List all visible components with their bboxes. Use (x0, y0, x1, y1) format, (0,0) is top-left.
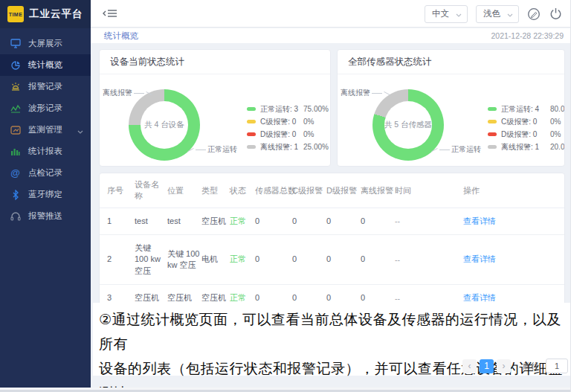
bar-chart-icon (10, 146, 21, 157)
sidebar-item-monitor-management[interactable]: 监测管理 (0, 119, 91, 141)
donut-center-label: 共 4 台设备 (144, 120, 184, 130)
col-header: 离线报警 (361, 179, 395, 202)
table-header-row: 序号 设备名称 位置 类型 状态 传感器总数 C级报警 D级报警 离线报警 时间… (100, 173, 564, 208)
brand: TIME 工业云平台 (0, 0, 91, 28)
waveform-icon (10, 103, 21, 114)
legend-item: 正常运转: 375.00% (247, 103, 329, 115)
sidebar-item-label: 报警记录 (28, 81, 62, 92)
callout-normal: 正常运转 (431, 144, 481, 155)
sidebar-item-label: 报警推送 (28, 211, 62, 222)
sidebar-item-alarm-records[interactable]: 报警记录 (0, 76, 91, 97)
sidebar-collapse-icon[interactable] (103, 7, 117, 22)
monitoring-icon (10, 124, 21, 135)
sidebar-item-label: 蓝牙绑定 (28, 189, 62, 200)
view-details-link[interactable]: 查看详情 (463, 293, 496, 302)
pie-chart-icon (10, 60, 21, 71)
sidebar-item-stats-report[interactable]: 统计报表 (0, 141, 91, 162)
callout-offline: 离线报警 (103, 88, 152, 98)
legend-item: D级报警: 00% (247, 128, 329, 141)
sidebar: TIME 工业云平台 大屏展示 统计概览 报警记录 (0, 0, 91, 388)
sensor-status-card: 全部传感器状态统计 共 5 台传感器 离线报警 正常运转 正常运转: 480.0… (337, 49, 565, 167)
at-sign-icon: @ (10, 167, 21, 179)
sidebar-item-label: 波形记录 (28, 103, 62, 114)
headset-icon (10, 211, 21, 222)
card-title: 全部传感器状态统计 (338, 50, 564, 74)
legend-item: 离线报警: 120.00% (488, 141, 565, 153)
prev-page-button[interactable]: ‹ (462, 359, 477, 373)
goto-page-input[interactable] (546, 359, 568, 373)
col-header: 类型 (201, 179, 230, 202)
current-timestamp: 2021-12-28 22:39:29 (491, 31, 564, 40)
col-header: 位置 (167, 179, 201, 202)
col-header: C级报警 (292, 179, 326, 202)
sensor-legend: 正常运转: 480.00% C级报警: 00% D级报警: 00% 离线报警: … (488, 103, 565, 153)
brand-title: 工业云平台 (29, 7, 83, 21)
donut-hole: 共 5 台传感器 (384, 101, 432, 149)
col-header: 传感器总数 (255, 179, 292, 202)
page-1-button[interactable]: 1 (480, 359, 494, 373)
view-details-link[interactable]: 查看详情 (463, 254, 496, 263)
theme-select[interactable]: 浅色 (476, 5, 519, 23)
col-header: 序号 (107, 179, 135, 202)
language-select[interactable]: 中文 (425, 5, 468, 23)
annotation-text: ②通过统计概览页面，可以查看当前总体设备及传感器的运行情况，以及所有 设备的列表… (93, 303, 571, 392)
legend-item: 离线报警: 125.00% (247, 141, 329, 153)
power-icon[interactable] (549, 7, 562, 21)
sidebar-item-screen-display[interactable]: 大屏展示 (0, 33, 91, 54)
theme-select-value: 浅色 (483, 8, 500, 19)
legend-item: C级报警: 00% (488, 115, 565, 128)
legend-item: D级报警: 00% (488, 128, 565, 141)
monitor-icon (10, 38, 21, 49)
language-select-value: 中文 (432, 8, 449, 19)
pagination: ‹ 1 › 前往 (462, 359, 568, 373)
col-header: D级报警 (326, 179, 361, 202)
legend-item: 正常运转: 480.00% (488, 103, 565, 115)
goto-label: 前往 (523, 361, 539, 372)
bluetooth-icon (10, 189, 21, 200)
header-controls: 中文 浅色 (425, 0, 562, 28)
status-badge: 正常 (230, 208, 255, 234)
top-header: 中文 浅色 (91, 0, 571, 28)
sidebar-menu: 大屏展示 统计概览 报警记录 波形记录 (0, 28, 91, 227)
col-header: 操作 (463, 179, 557, 202)
next-page-button[interactable]: › (497, 359, 511, 373)
device-status-card: 设备当前状态统计 共 4 台设备 离线报警 正常运转 正常运转: 375.00%… (99, 49, 331, 167)
sidebar-item-label: 统计概览 (28, 60, 62, 71)
breadcrumb[interactable]: 统计概览 (104, 30, 138, 42)
donut-hole: 共 4 台设备 (141, 101, 188, 149)
sensor-donut-chart: 共 5 台传感器 离线报警 正常运转 正常运转: 480.00% C级报警: 0… (338, 74, 564, 167)
table-row: 1 test test 空压机 正常 0 0 0 0 -- 查看详情 (100, 208, 564, 235)
sidebar-item-stats-overview[interactable]: 统计概览 (0, 54, 91, 76)
sidebar-item-label: 点检记录 (28, 167, 62, 179)
callout-offline: 离线报警 (341, 88, 390, 98)
donut-center-label: 共 5 台传感器 (384, 120, 432, 130)
brand-logo-icon: TIME (7, 6, 24, 22)
col-header: 设备名称 (135, 173, 167, 208)
chevron-down-icon (456, 10, 462, 19)
alarm-lamp-icon (10, 81, 21, 92)
view-details-link[interactable]: 查看详情 (463, 216, 496, 225)
theme-pen-icon[interactable] (527, 7, 541, 21)
status-badge: 正常 (230, 246, 255, 272)
sidebar-item-alarm-push[interactable]: 报警推送 (0, 205, 91, 227)
device-donut-chart: 共 4 台设备 离线报警 正常运转 正常运转: 375.00% C级报警: 00… (100, 74, 330, 167)
legend-item: C级报警: 00% (247, 115, 329, 128)
sidebar-item-label: 大屏展示 (28, 38, 62, 49)
sidebar-item-bluetooth-binding[interactable]: 蓝牙绑定 (0, 184, 91, 205)
callout-normal: 正常运转 (187, 144, 237, 155)
sidebar-item-label: 统计报表 (28, 146, 62, 157)
sidebar-item-inspection-records[interactable]: @ 点检记录 (0, 162, 91, 184)
sidebar-item-waveform-records[interactable]: 波形记录 (0, 97, 91, 119)
device-legend: 正常运转: 375.00% C级报警: 00% D级报警: 00% 离线报警: … (247, 103, 329, 153)
card-title: 设备当前状态统计 (100, 50, 330, 74)
tutorial-annotation: ②通过统计概览页面，可以查看当前总体设备及传感器的运行情况，以及所有 设备的列表… (93, 303, 571, 376)
chevron-down-icon (507, 10, 513, 19)
sidebar-item-label: 监测管理 (28, 124, 62, 135)
chevron-down-icon (77, 123, 83, 137)
col-header: 状态 (230, 179, 255, 202)
col-header: 时间 (395, 179, 463, 202)
table-row: 2 关键 100 kw 空压 关键 100 kw 空压 电机 正常 0 0 0 … (100, 235, 564, 285)
app-window: TIME 工业云平台 大屏展示 统计概览 报警记录 (0, 0, 571, 392)
breadcrumb-bar: 统计概览 2021-12-28 22:39:29 (91, 28, 571, 43)
